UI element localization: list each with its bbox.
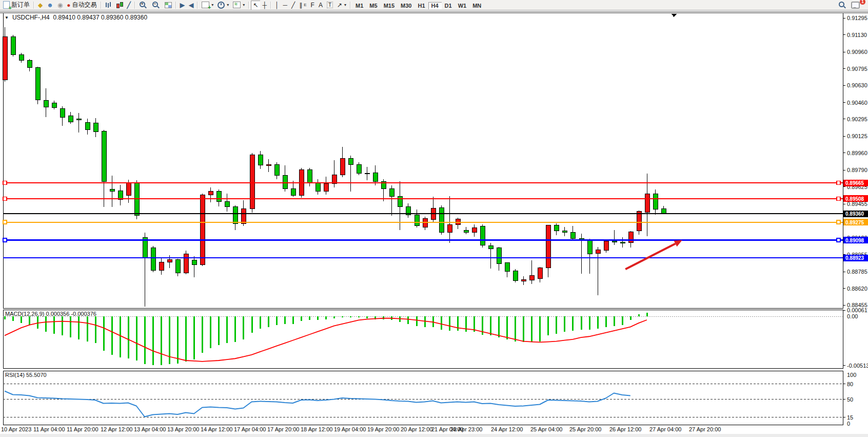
candle-body bbox=[587, 240, 592, 254]
crosshair-tool-button[interactable]: ┼ bbox=[260, 1, 269, 10]
autotrade-label: 自动交易 bbox=[72, 1, 97, 9]
candle-body bbox=[315, 183, 320, 192]
profiles-button[interactable]: ☻ bbox=[45, 1, 55, 10]
arrows-tool-button[interactable]: ↗▾ bbox=[335, 1, 348, 10]
candle-body bbox=[562, 231, 567, 232]
candle-body bbox=[521, 280, 526, 281]
timeframe-button-M30[interactable]: M30 bbox=[398, 2, 415, 9]
candle-chart-icon bbox=[115, 2, 123, 9]
auto-scroll-button[interactable]: ▶ bbox=[178, 1, 187, 10]
collapse-caret-icon: ▼ bbox=[5, 15, 9, 20]
chart-shift-button[interactable]: ◀ bbox=[187, 1, 195, 10]
candle-body bbox=[357, 165, 361, 173]
cursor-icon: ↖ bbox=[253, 2, 258, 8]
timeframe-button-MN[interactable]: MN bbox=[469, 2, 484, 9]
candle-body bbox=[415, 215, 419, 225]
candle-body bbox=[159, 262, 164, 271]
zoom-in-button[interactable]: + bbox=[137, 1, 150, 10]
dropdown-arrow-icon: ▾ bbox=[227, 3, 229, 7]
separator bbox=[350, 2, 351, 9]
text-tool-button[interactable]: A bbox=[317, 1, 325, 10]
bar-chart-button[interactable] bbox=[103, 1, 113, 10]
candle-body bbox=[447, 224, 452, 232]
candle-body bbox=[637, 212, 641, 231]
label-tool-button[interactable]: T bbox=[325, 1, 335, 10]
line-chart-button[interactable]: ╱ bbox=[125, 1, 133, 10]
candle-chart-button[interactable] bbox=[113, 1, 125, 10]
candle-body bbox=[653, 194, 658, 210]
timeframe-button-W1[interactable]: W1 bbox=[455, 2, 470, 9]
tile-windows-button[interactable] bbox=[163, 1, 174, 10]
autotrade-button[interactable]: ● 自动交易 bbox=[65, 1, 98, 10]
candle-body bbox=[258, 155, 263, 165]
new-chart-button[interactable]: ▾ bbox=[200, 1, 215, 10]
periods-button[interactable]: ▾ bbox=[215, 1, 231, 10]
separator bbox=[248, 2, 249, 9]
cursor-tool-button[interactable]: ↖ bbox=[251, 1, 260, 10]
candle-body bbox=[225, 201, 229, 207]
search-button[interactable] bbox=[836, 1, 849, 10]
dropdown-arrow-icon: ▾ bbox=[243, 3, 245, 7]
zoom-out-icon: − bbox=[152, 2, 158, 7]
line-handle[interactable] bbox=[837, 220, 840, 224]
candle-body bbox=[85, 122, 90, 129]
market-button[interactable]: ◆ bbox=[36, 1, 45, 10]
macd-indicator-label: MACD(12,26,9) 0.000356 -0.000376 bbox=[5, 311, 96, 317]
separator bbox=[197, 2, 198, 9]
vertical-line-icon: │ bbox=[275, 2, 279, 8]
chart-window[interactable]: 0.912950.911300.909600.907950.906300.904… bbox=[0, 11, 868, 437]
time-axis[interactable] bbox=[0, 425, 843, 434]
candle-body bbox=[324, 184, 328, 192]
line-handle[interactable] bbox=[3, 181, 7, 185]
indicators-button[interactable]: ▾ bbox=[231, 1, 247, 10]
candle-body bbox=[3, 37, 7, 80]
new-order-button[interactable]: 新订单 bbox=[1, 1, 32, 10]
candle-body bbox=[27, 61, 32, 68]
chart-canvas[interactable]: 0.912950.911300.909600.907950.906300.904… bbox=[0, 11, 868, 437]
fibonacci-icon: F bbox=[311, 2, 314, 8]
line-handle[interactable] bbox=[3, 197, 7, 200]
price-axis[interactable] bbox=[843, 13, 868, 425]
channel-sub-label: E bbox=[304, 3, 306, 7]
line-handle[interactable] bbox=[3, 220, 7, 224]
candle-body bbox=[464, 231, 468, 232]
line-handle[interactable] bbox=[837, 238, 840, 242]
candle-body bbox=[645, 194, 649, 212]
channel-icon: ∥ bbox=[299, 2, 302, 8]
channel-tool-button[interactable]: ∥E bbox=[297, 1, 308, 10]
news-button[interactable]: ◉ bbox=[55, 1, 65, 10]
indicators-icon bbox=[233, 2, 241, 8]
line-handle[interactable] bbox=[3, 238, 7, 242]
candle-body bbox=[604, 241, 608, 251]
candle-body bbox=[200, 195, 205, 265]
candle-body bbox=[661, 208, 666, 214]
vertical-line-tool-button[interactable]: │ bbox=[273, 1, 281, 10]
new-order-icon bbox=[3, 1, 10, 9]
timeframe-button-M5[interactable]: M5 bbox=[366, 2, 380, 9]
separator bbox=[270, 2, 271, 9]
candle-body bbox=[389, 188, 394, 197]
timeframe-button-D1[interactable]: D1 bbox=[442, 2, 455, 9]
new-order-label: 新订单 bbox=[11, 1, 30, 9]
candle-body bbox=[216, 192, 221, 201]
timeframe-button-H1[interactable]: H1 bbox=[415, 2, 428, 9]
text-tool-icon: A bbox=[319, 2, 323, 8]
candle-body bbox=[348, 159, 353, 165]
candle-body bbox=[505, 263, 509, 271]
candle-body bbox=[570, 232, 575, 238]
candle-body bbox=[35, 68, 40, 100]
clock-icon bbox=[218, 2, 225, 9]
timeframe-button-M1[interactable]: M1 bbox=[352, 2, 366, 9]
horizontal-line-tool-button[interactable]: ─ bbox=[281, 1, 289, 10]
line-handle[interactable] bbox=[837, 197, 840, 200]
candle-body bbox=[596, 250, 600, 254]
timeframe-button-H4[interactable]: H4 bbox=[428, 2, 442, 9]
candle-body bbox=[373, 173, 378, 181]
trendline-tool-button[interactable]: ╱ bbox=[289, 1, 297, 10]
fibonacci-tool-button[interactable]: F bbox=[309, 1, 317, 10]
candle-body bbox=[151, 248, 155, 270]
line-handle[interactable] bbox=[837, 181, 840, 185]
zoom-out-button[interactable]: − bbox=[150, 1, 163, 10]
timeframe-button-M15[interactable]: M15 bbox=[381, 2, 398, 9]
notifications-button[interactable]: 1 bbox=[849, 1, 862, 10]
